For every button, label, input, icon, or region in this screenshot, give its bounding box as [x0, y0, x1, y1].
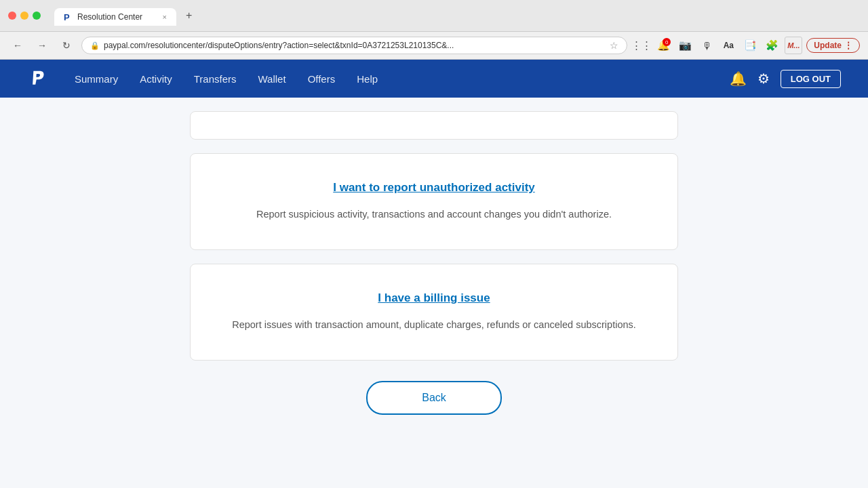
maximize-window-button[interactable]	[33, 12, 41, 20]
nav-summary[interactable]: Summary	[75, 70, 118, 87]
unauthorized-card-description: Report suspicious activity, transactions…	[231, 207, 637, 222]
new-tab-button[interactable]: +	[179, 5, 199, 26]
paypal-logo[interactable]	[27, 68, 47, 89]
unauthorized-card-title: I want to report unauthorized activity	[231, 181, 637, 195]
tab-bar: P Resolution Center × +	[54, 5, 199, 26]
logout-button[interactable]: LOG OUT	[781, 70, 841, 88]
close-window-button[interactable]	[8, 12, 16, 20]
back-nav-button[interactable]: ←	[8, 36, 27, 55]
extensions-puzzle-icon[interactable]: 🧩	[763, 37, 781, 54]
billing-card-title: I have a billing issue	[231, 291, 637, 305]
paypal-app: Summary Activity Transfers Wallet Offers…	[0, 60, 868, 488]
bookmark-icon[interactable]: ☆	[610, 40, 618, 51]
traffic-lights	[8, 12, 41, 20]
forward-nav-button[interactable]: →	[33, 36, 52, 55]
notifications-toolbar-icon[interactable]: 🔔 0	[654, 37, 672, 54]
browser-chrome: P Resolution Center × +	[0, 0, 868, 32]
nav-activity[interactable]: Activity	[140, 70, 172, 87]
tab-favicon: P	[64, 12, 73, 22]
address-bar[interactable]: 🔒 paypal.com/resolutioncenter/disputeOpt…	[81, 37, 627, 54]
minimize-window-button[interactable]	[20, 12, 28, 20]
notifications-icon[interactable]: 🔔	[730, 70, 747, 87]
back-button-container: Back	[190, 381, 678, 415]
back-button[interactable]: Back	[366, 381, 502, 415]
update-menu-icon: ⋮	[844, 41, 852, 50]
lock-icon: 🔒	[90, 41, 100, 50]
billing-card-description: Report issues with transaction amount, d…	[231, 317, 637, 333]
main-navigation: Summary Activity Transfers Wallet Offers…	[0, 60, 868, 98]
microphone-icon[interactable]: 🎙	[698, 37, 715, 54]
marquee-icon: M...	[785, 37, 802, 54]
nav-help[interactable]: Help	[357, 70, 378, 87]
url-text: paypal.com/resolutioncenter/disputeOptio…	[104, 41, 606, 50]
titlebar: P Resolution Center × +	[8, 5, 860, 26]
nav-wallet[interactable]: Wallet	[258, 70, 286, 87]
tab-title: Resolution Center	[77, 12, 142, 22]
nav-actions: 🔔 ⚙ LOG OUT	[730, 70, 841, 88]
browser-toolbar: ← → ↻ 🔒 paypal.com/resolutioncenter/disp…	[0, 32, 868, 60]
extensions-icon[interactable]: ⋮⋮	[633, 37, 650, 54]
partial-card[interactable]	[190, 111, 678, 140]
tab-close-button[interactable]: ×	[163, 13, 167, 21]
refresh-button[interactable]: ↻	[57, 36, 76, 55]
main-content: I want to report unauthorized activity R…	[176, 98, 692, 442]
settings-icon[interactable]: ⚙	[757, 70, 770, 87]
nav-links: Summary Activity Transfers Wallet Offers…	[75, 70, 730, 87]
billing-issue-card[interactable]: I have a billing issue Report issues wit…	[190, 264, 678, 361]
nav-offers[interactable]: Offers	[308, 70, 336, 87]
nav-transfers[interactable]: Transfers	[194, 70, 237, 87]
read-aloud-icon[interactable]: Aa	[719, 37, 737, 54]
toolbar-actions: ⋮⋮ 🔔 0 📷 🎙 Aa 📑 🧩 M... Update ⋮	[633, 37, 860, 54]
paypal-logo-icon	[27, 68, 47, 89]
camera-icon[interactable]: 📷	[676, 37, 694, 54]
active-tab[interactable]: P Resolution Center ×	[54, 8, 176, 26]
bookmark-manager-icon[interactable]: 📑	[741, 37, 759, 54]
update-button[interactable]: Update ⋮	[806, 38, 860, 53]
unauthorized-activity-card[interactable]: I want to report unauthorized activity R…	[190, 153, 678, 250]
